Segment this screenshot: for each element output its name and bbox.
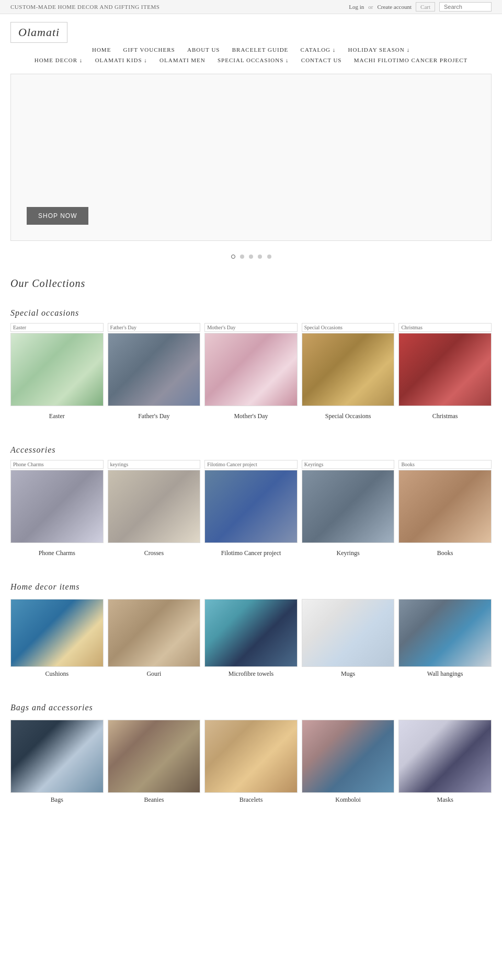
product-mugs[interactable]: Mugs	[302, 599, 395, 678]
nav-contact-us[interactable]: CONTACT US	[301, 57, 342, 63]
accessories-section: Accessories Phone Charms keyrings Filoti…	[0, 435, 502, 557]
nav-home-decor[interactable]: HOME DECOR ↓	[35, 57, 83, 63]
cart-button[interactable]: Cart	[416, 2, 435, 11]
collection-christmas[interactable]: Christmas	[398, 333, 492, 420]
home-decor-grid: Cushions Gouri Microfibre towels Mugs Wa…	[10, 599, 492, 678]
product-gouri[interactable]: Gouri	[108, 599, 201, 678]
collection-crosses[interactable]: Crosses	[108, 470, 201, 557]
collection-filotimo[interactable]: Filotimo Cancer project	[204, 470, 298, 557]
phonecharms-name: Phone Charms	[39, 549, 75, 557]
or-separator: or	[368, 4, 373, 10]
fathersday-image	[108, 333, 201, 406]
hero-dot-3[interactable]	[249, 255, 253, 259]
phonecharms-label-bar: Phone Charms	[10, 460, 104, 469]
phonecharms-image	[10, 470, 104, 543]
gouri-name: Gouri	[146, 670, 161, 678]
collection-phonecharms[interactable]: Phone Charms	[10, 470, 104, 557]
nav-gift-vouchers[interactable]: GIFT VOUCHERS	[123, 47, 175, 53]
special-occasions-labels-bar: Easter Father's Day Mother's Day Special…	[10, 323, 492, 332]
nav-catalog[interactable]: CATALOG ↓	[301, 47, 336, 53]
keyrings-image	[302, 470, 395, 543]
books-name: Books	[437, 549, 453, 557]
product-wallhangings[interactable]: Wall hangings	[398, 599, 492, 678]
search-input[interactable]	[439, 2, 492, 11]
bags-title: Bags and accessories	[10, 703, 492, 712]
accessories-grid: Phone Charms Crosses Filotimo Cancer pro…	[10, 470, 492, 557]
nav-about-us[interactable]: ABOUT US	[187, 47, 220, 53]
home-decor-title: Home decor items	[10, 582, 492, 592]
mugs-image	[302, 599, 395, 667]
books-image	[398, 470, 492, 543]
product-bracelets[interactable]: Bracelets	[204, 720, 298, 804]
hero-dot-5[interactable]	[267, 255, 271, 259]
collection-fathersday[interactable]: Father's Day	[108, 333, 201, 420]
login-link[interactable]: Log in	[349, 4, 364, 10]
product-beanies[interactable]: Beanies	[108, 720, 201, 804]
mugs-name: Mugs	[341, 670, 355, 678]
nav-machi-filotimo[interactable]: MACHI FILOTIMO CANCER PROJECT	[354, 57, 468, 63]
hero-dot-4[interactable]	[258, 255, 262, 259]
collections-section: Our Collections	[0, 267, 502, 290]
christmas-label-bar: Christmas	[398, 323, 492, 332]
shop-now-button[interactable]: SHOP NOW	[27, 207, 88, 225]
filotimo-name: Filotimo Cancer project	[221, 549, 281, 557]
product-masks[interactable]: Masks	[398, 720, 492, 804]
nav-bottom-row: HOME DECOR ↓ OLAMATI KIDS ↓ OLAMATI MEN …	[10, 56, 492, 64]
towels-image	[204, 599, 298, 667]
specialocc-image	[302, 333, 395, 406]
product-cushions[interactable]: Cushions	[10, 599, 104, 678]
bracelets-name: Bracelets	[239, 796, 263, 804]
filotimo-label-bar: Filotimo Cancer project	[204, 460, 298, 469]
product-towels[interactable]: Microfibre towels	[204, 599, 298, 678]
top-bar: CUSTOM-MADE HOME DECOR AND GIFTING ITEMS…	[0, 0, 502, 14]
product-bags[interactable]: Bags	[10, 720, 104, 804]
nav-home[interactable]: HOME	[92, 47, 111, 53]
crosses-image	[108, 470, 201, 543]
keyrings-label-bar: Keyrings	[302, 460, 395, 469]
bracelets-image	[204, 720, 298, 793]
specialocc-label-bar: Special Occasions	[302, 323, 395, 332]
nav-bracelet-guide[interactable]: BRACELET GUIDE	[232, 47, 289, 53]
masks-image	[398, 720, 492, 793]
nav-special-occasions[interactable]: SPECIAL OCCASIONS ↓	[218, 57, 289, 63]
komboloi-image	[302, 720, 395, 793]
home-decor-section: Home decor items Cushions Gouri Microfib…	[0, 572, 502, 678]
christmas-image	[398, 333, 492, 406]
beanies-image	[108, 720, 201, 793]
create-account-link[interactable]: Create account	[377, 4, 412, 10]
cushions-name: Cushions	[45, 670, 69, 678]
wallhangings-image	[398, 599, 492, 667]
collection-books[interactable]: Books	[398, 470, 492, 557]
bags-section: Bags and accessories Bags Beanies Bracel…	[0, 693, 502, 804]
collection-easter[interactable]: Easter	[10, 333, 104, 420]
top-bar-actions: Log in or Create account Cart	[349, 2, 492, 11]
komboloi-name: Komboloi	[335, 796, 361, 804]
nav-olamati-men[interactable]: OLAMATI MEN	[159, 57, 206, 63]
special-occasions-section: Special occasions Easter Father's Day Mo…	[0, 298, 502, 420]
logo[interactable]: Olamati	[10, 22, 67, 43]
keyrings-name: Keyrings	[337, 549, 360, 557]
gouri-image	[108, 599, 201, 667]
product-komboloi[interactable]: Komboloi	[302, 720, 395, 804]
keyrings-label-bar2: keyrings	[108, 460, 201, 469]
wallhangings-name: Wall hangings	[427, 670, 463, 678]
easter-image	[10, 333, 104, 406]
bags-image	[10, 720, 104, 793]
hero-dot-1[interactable]	[231, 255, 235, 259]
collection-specialocc[interactable]: Special Occasions	[302, 333, 395, 420]
collection-keyrings[interactable]: Keyrings	[302, 470, 395, 557]
hero-dots	[0, 246, 502, 267]
towels-name: Microfibre towels	[229, 670, 273, 678]
bags-grid: Bags Beanies Bracelets Komboloi Masks	[10, 720, 492, 804]
nav-holiday-season[interactable]: HOLIDAY SEASON ↓	[348, 47, 410, 53]
fathersday-name: Father's Day	[138, 412, 169, 420]
site-tagline: CUSTOM-MADE HOME DECOR AND GIFTING ITEMS	[10, 4, 159, 10]
fathersday-label-bar: Father's Day	[108, 323, 201, 332]
mothersday-label-bar: Mother's Day	[204, 323, 298, 332]
mothersday-name: Mother's Day	[234, 412, 268, 420]
hero-dot-2[interactable]	[240, 255, 244, 259]
beanies-name: Beanies	[144, 796, 164, 804]
collection-mothersday[interactable]: Mother's Day	[204, 333, 298, 420]
nav-olamati-kids[interactable]: OLAMATI KIDS ↓	[95, 57, 147, 63]
hero-banner: SHOP NOW	[10, 74, 492, 241]
